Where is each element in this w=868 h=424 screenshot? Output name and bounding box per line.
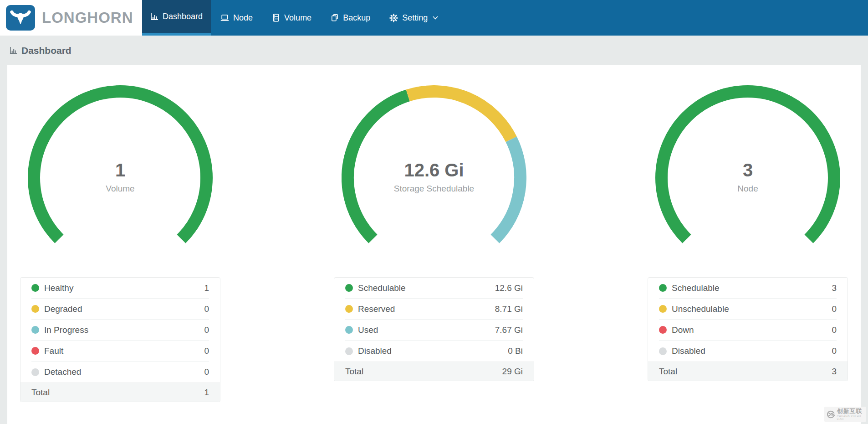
- legend-dot: [31, 368, 39, 376]
- legend-total-value: 29 Gi: [502, 367, 523, 377]
- legend-total-row: Total3: [648, 362, 848, 381]
- node-icon: [220, 14, 229, 22]
- backup-icon: [331, 14, 339, 22]
- nav-item-label: Setting: [402, 13, 428, 23]
- legend-total-value: 1: [204, 388, 209, 398]
- legend-row: Disabled0: [659, 341, 837, 362]
- gauge-segment-reserved: [408, 92, 511, 140]
- legend-total-row: Total1: [20, 383, 220, 402]
- legend-table: Schedulable3Unschedulable0Down0Disabled0…: [648, 277, 848, 381]
- main-nav: DashboardNodeVolumeBackupSetting: [142, 0, 448, 36]
- legend-total-label: Total: [31, 388, 50, 398]
- gauge-column-2: 3 Node Schedulable3Unschedulable0Down0Di…: [648, 85, 848, 424]
- legend-value: 3: [832, 283, 837, 293]
- legend-label: Down: [672, 325, 694, 335]
- chevron-down-icon: [433, 16, 438, 20]
- legend-value: 12.6 Gi: [495, 283, 523, 293]
- legend-label: Healthy: [44, 283, 73, 293]
- dashboard-chart-icon: [10, 47, 17, 54]
- legend-label: Degraded: [44, 304, 82, 314]
- legend-value: 1: [204, 283, 209, 293]
- nav-item-setting[interactable]: Setting: [380, 0, 448, 36]
- legend-row: Reserved8.71 Gi: [345, 299, 523, 320]
- legend-row: Degraded0: [31, 299, 209, 320]
- legend-value: 0: [204, 346, 209, 356]
- brand-logo[interactable]: LONGHORN: [0, 0, 142, 36]
- bar-chart-icon: [150, 12, 158, 21]
- page-title-band: Dashboard: [0, 36, 868, 65]
- legend-label: Unschedulable: [672, 304, 729, 314]
- legend-row: Healthy1: [31, 278, 209, 299]
- legend-dot: [345, 284, 353, 292]
- nav-item-node[interactable]: Node: [211, 0, 262, 36]
- watermark-badge[interactable]: 创新互联 CHUANG XIN HU LIAN: [824, 407, 866, 422]
- legend-dot: [345, 305, 353, 313]
- legend-dot: [345, 347, 353, 355]
- legend-value: 0: [832, 346, 837, 356]
- legend-dot: [659, 347, 667, 355]
- legend-label: Detached: [44, 367, 81, 377]
- page-title: Dashboard: [21, 45, 71, 56]
- legend-label: Used: [358, 325, 378, 335]
- gauge-column-0: 1 Volume Healthy1Degraded0In Progress0Fa…: [20, 85, 220, 424]
- legend-dot: [31, 305, 39, 313]
- legend-value: 0 Bi: [508, 346, 523, 356]
- legend-dot: [659, 284, 667, 292]
- legend-row: In Progress0: [31, 320, 209, 341]
- longhorn-bull-icon: [6, 5, 35, 31]
- legend-dot: [659, 305, 667, 313]
- gauge-column-1: 12.6 Gi Storage Schedulable Schedulable1…: [334, 85, 534, 424]
- legend-label: Schedulable: [358, 283, 406, 293]
- legend-value: 0: [204, 367, 209, 377]
- legend-value: 8.71 Gi: [495, 304, 523, 314]
- legend-label: Disabled: [672, 346, 705, 356]
- legend-total-value: 3: [832, 367, 837, 377]
- legend-total-label: Total: [345, 367, 363, 377]
- legend-dot: [345, 326, 353, 334]
- legend-value: 0: [832, 325, 837, 335]
- legend-row: Used7.67 Gi: [345, 320, 523, 341]
- nav-item-label: Volume: [284, 13, 311, 23]
- volume-icon: [272, 14, 280, 22]
- legend-row: Schedulable12.6 Gi: [345, 278, 523, 299]
- watermark-text-en: CHUANG XIN HU LIAN: [837, 415, 864, 420]
- gauge-center-label: Storage Schedulable: [342, 183, 526, 194]
- legend-dot: [31, 347, 39, 355]
- legend-value: 0: [832, 304, 837, 314]
- gauge-center-value: 12.6 Gi: [342, 158, 526, 182]
- gear-icon: [389, 14, 398, 22]
- watermark-logo-icon: [827, 409, 835, 419]
- legend-table: Healthy1Degraded0In Progress0Fault0Detac…: [20, 277, 220, 402]
- legend-dot: [659, 326, 667, 334]
- dashboard-card: 1 Volume Healthy1Degraded0In Progress0Fa…: [7, 65, 861, 424]
- legend-label: Schedulable: [672, 283, 720, 293]
- watermark-text-cn: 创新互联: [837, 408, 864, 414]
- nav-item-volume[interactable]: Volume: [262, 0, 321, 36]
- top-navbar: LONGHORN DashboardNodeVolumeBackupSettin…: [0, 0, 868, 36]
- nav-item-label: Node: [233, 13, 253, 23]
- gauge-center-value: 1: [28, 158, 213, 182]
- legend-row: Fault0: [31, 341, 209, 362]
- legend-dot: [31, 326, 39, 334]
- legend-row: Disabled0 Bi: [345, 341, 523, 362]
- legend-total-row: Total29 Gi: [334, 362, 534, 381]
- nav-item-backup[interactable]: Backup: [321, 0, 380, 36]
- legend-value: 0: [204, 304, 209, 314]
- legend-value: 0: [204, 325, 209, 335]
- gauge-center-value: 3: [655, 158, 840, 182]
- legend-label: In Progress: [44, 325, 88, 335]
- legend-label: Fault: [44, 346, 63, 356]
- nav-item-dashboard[interactable]: Dashboard: [142, 0, 211, 36]
- legend-row: Unschedulable0: [659, 299, 837, 320]
- legend-total-label: Total: [659, 367, 677, 377]
- gauge-center-label: Volume: [28, 183, 213, 194]
- gauge-chart: 12.6 Gi Storage Schedulable: [342, 85, 526, 270]
- legend-row: Schedulable3: [659, 278, 837, 299]
- legend-label: Reserved: [358, 304, 395, 314]
- nav-item-label: Dashboard: [163, 12, 203, 21]
- legend-value: 7.67 Gi: [495, 325, 523, 335]
- legend-label: Disabled: [358, 346, 392, 356]
- legend-row: Detached0: [31, 362, 209, 383]
- legend-table: Schedulable12.6 GiReserved8.71 GiUsed7.6…: [334, 277, 534, 381]
- gauge-center-label: Node: [655, 183, 840, 194]
